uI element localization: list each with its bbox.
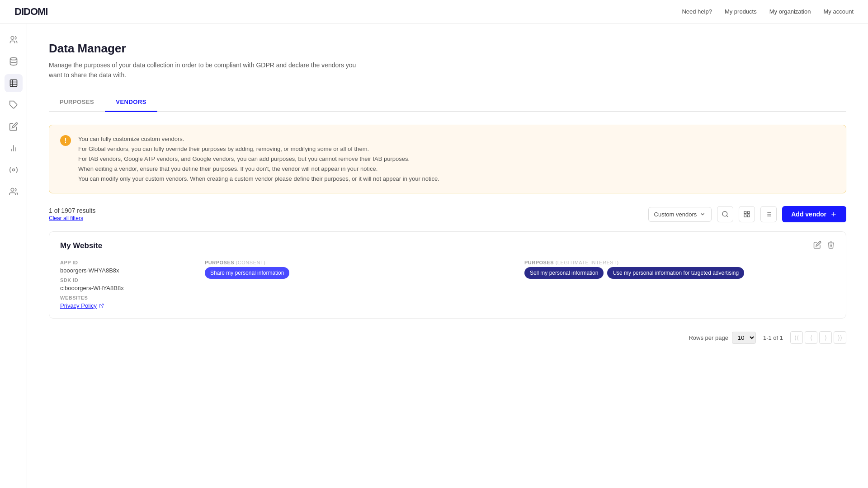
page-info: 1-1 of 1 — [763, 334, 783, 341]
svg-rect-13 — [744, 215, 746, 217]
toolbar-right: Custom vendors Add vendor — [648, 206, 846, 222]
app-id-label: APP ID — [60, 260, 196, 265]
svg-rect-12 — [748, 211, 750, 214]
tabs: PURPOSES VENDORS — [49, 93, 846, 112]
vendor-details: APP ID booorgers-WHYA8B8x SDK ID c:booor… — [60, 260, 835, 309]
results-count: 1 of 1907 results — [49, 207, 96, 214]
purposes-legit-label: PURPOSES (LEGITIMATE INTEREST) — [524, 260, 835, 265]
sdk-id-label: SDK ID — [60, 277, 196, 283]
vendor-legit-purposes: PURPOSES (LEGITIMATE INTEREST) Sell my p… — [524, 260, 835, 309]
info-text: You can fully customize custom vendors. … — [78, 134, 439, 184]
legit-tag-sell: Sell my personal information — [524, 267, 604, 279]
top-nav: DIDOMI Need help? My products My organiz… — [0, 0, 868, 23]
page-subtitle: Manage the purposes of your data collect… — [49, 60, 365, 80]
search-btn[interactable] — [717, 206, 733, 222]
tab-vendors[interactable]: VENDORS — [105, 93, 157, 112]
external-link-icon — [99, 303, 104, 309]
svg-point-1 — [10, 58, 17, 60]
list-view-btn[interactable] — [760, 206, 777, 222]
results-info-section: 1 of 1907 results Clear all filters — [49, 207, 96, 221]
tab-purposes[interactable]: PURPOSES — [49, 93, 105, 112]
sidebar-icon-database[interactable] — [5, 52, 23, 70]
top-nav-links: Need help? My products My organization M… — [682, 8, 854, 15]
add-vendor-button[interactable]: Add vendor — [782, 206, 846, 222]
sidebar-icon-team[interactable] — [5, 183, 23, 201]
sidebar — [0, 23, 27, 488]
pagination-row: Rows per page 10 25 50 1-1 of 1 ⟨⟨ ⟨ ⟩ ⟩… — [49, 331, 846, 344]
main-content: Data Manager Manage the purposes of your… — [27, 23, 868, 488]
vendor-app-info: APP ID booorgers-WHYA8B8x SDK ID c:booor… — [60, 260, 196, 309]
plus-icon — [830, 211, 837, 218]
consent-tags: Share my personal information — [205, 267, 515, 279]
first-page-btn[interactable]: ⟨⟨ — [790, 331, 803, 344]
svg-point-9 — [722, 211, 727, 216]
vendor-card-header: My Website — [60, 241, 835, 251]
nav-account[interactable]: My account — [824, 8, 854, 15]
page-title: Data Manager — [49, 42, 846, 56]
sidebar-icon-chart[interactable] — [5, 139, 23, 157]
warning-icon: ! — [60, 135, 71, 146]
app-id-value: booorgers-WHYA8B8x — [60, 267, 196, 274]
purposes-consent-label: PURPOSES (CONSENT) — [205, 260, 515, 265]
vendor-name: My Website — [60, 241, 102, 250]
websites-label: WEBSITES — [60, 295, 196, 300]
info-box: ! You can fully customize custom vendors… — [49, 125, 846, 193]
grid-icon — [743, 211, 750, 218]
main-layout: Data Manager Manage the purposes of your… — [0, 23, 868, 488]
nav-products[interactable]: My products — [725, 8, 757, 15]
vendor-actions — [813, 241, 835, 251]
page-nav: ⟨⟨ ⟨ ⟩ ⟩⟩ — [790, 331, 846, 344]
edit-vendor-icon[interactable] — [813, 241, 821, 251]
last-page-btn[interactable]: ⟩⟩ — [834, 331, 846, 344]
privacy-policy-link[interactable]: Privacy Policy — [60, 302, 196, 309]
svg-rect-2 — [10, 80, 17, 87]
svg-point-7 — [12, 169, 14, 171]
legit-tag-use: Use my personal information for targeted… — [607, 267, 744, 279]
search-icon — [722, 211, 729, 218]
legit-tags: Sell my personal information Use my pers… — [524, 267, 835, 279]
delete-vendor-icon[interactable] — [827, 241, 835, 251]
prev-page-btn[interactable]: ⟨ — [805, 331, 817, 344]
next-page-btn[interactable]: ⟩ — [819, 331, 832, 344]
vendor-filter-dropdown[interactable]: Custom vendors — [648, 207, 712, 222]
sidebar-icon-tag[interactable] — [5, 96, 23, 114]
vendor-card: My Website APP ID booorgers-WHYA8B8x SDK… — [49, 231, 846, 319]
svg-point-0 — [11, 37, 14, 40]
rows-per-page-select[interactable]: 10 25 50 — [732, 332, 756, 344]
nav-help[interactable]: Need help? — [682, 8, 712, 15]
logo: DIDOMI — [14, 6, 47, 18]
sidebar-icon-list[interactable] — [5, 74, 23, 92]
sidebar-icon-settings[interactable] — [5, 161, 23, 179]
svg-line-23 — [101, 304, 104, 306]
svg-rect-11 — [744, 211, 746, 214]
svg-rect-14 — [748, 215, 750, 217]
chevron-down-icon — [699, 211, 706, 217]
toolbar-row: 1 of 1907 results Clear all filters Cust… — [49, 206, 846, 222]
rows-per-page: Rows per page 10 25 50 — [689, 332, 755, 344]
sidebar-icon-users[interactable] — [5, 31, 23, 49]
vendor-consent-purposes: PURPOSES (CONSENT) Share my personal inf… — [205, 260, 515, 309]
list-icon — [765, 211, 772, 218]
grid-view-btn[interactable] — [739, 206, 755, 222]
nav-organization[interactable]: My organization — [769, 8, 811, 15]
clear-filters-link[interactable]: Clear all filters — [49, 215, 96, 221]
consent-tag-share: Share my personal information — [205, 267, 289, 279]
svg-line-10 — [726, 216, 728, 217]
sdk-id-value: c:booorgers-WHYA8B8x — [60, 285, 196, 291]
svg-point-8 — [11, 188, 14, 192]
sidebar-icon-edit[interactable] — [5, 117, 23, 136]
